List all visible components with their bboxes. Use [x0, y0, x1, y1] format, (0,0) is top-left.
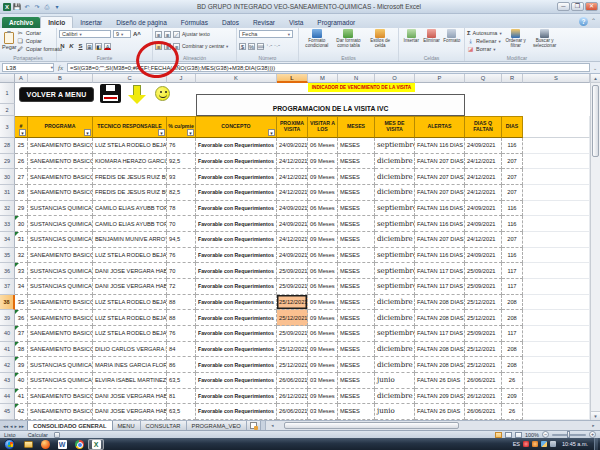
cell[interactable]: SUSTANCIAS QUIMICAS [28, 373, 93, 389]
cell[interactable]: 117 [502, 326, 523, 342]
cell[interactable]: DANI JOSE VERGARA HABIB [93, 263, 167, 279]
cell[interactable]: 208 [502, 310, 523, 326]
row-header-40[interactable]: 40 [0, 326, 15, 342]
select-all-button[interactable] [0, 74, 15, 83]
cell[interactable]: diciembre [375, 154, 415, 170]
print-icon[interactable]: ⎙ [43, 3, 51, 11]
cell[interactable]: MESES [338, 154, 375, 170]
cell[interactable]: Favorable con Requerimientos [196, 295, 277, 311]
cell[interactable]: 03 Meses [308, 404, 338, 420]
cell[interactable]: MESES [338, 232, 375, 248]
cell-empty[interactable] [523, 216, 590, 232]
cell[interactable]: SANEAMIENTO BASICO [28, 138, 93, 154]
cell[interactable]: LUZ STELA RODELO BEJARANO [93, 138, 167, 154]
cell[interactable]: CAMILO ELIAS AYUBB TORRES [93, 216, 167, 232]
row-header-38[interactable]: 38 [0, 295, 15, 311]
filter-dropdown-icon[interactable]: ▾ [19, 129, 26, 136]
tab-vista[interactable]: Vista [282, 17, 310, 28]
taskbar-clock[interactable]: 10:45 a.m. [559, 441, 591, 447]
cell[interactable]: 39 [15, 357, 28, 373]
cell[interactable]: 24/09/2021 [465, 216, 502, 232]
filter-dropdown-icon[interactable]: ▾ [84, 129, 91, 136]
row-header-33[interactable]: 33 [0, 216, 15, 232]
cell[interactable]: Favorable con Requerimientos [196, 310, 277, 326]
row-header-34[interactable]: 34 [0, 232, 15, 248]
save-macro-button[interactable] [100, 84, 121, 103]
cell[interactable]: 25/09/2021 [465, 263, 502, 279]
cell[interactable]: 06 Meses [308, 248, 338, 264]
filter-dropdown-icon[interactable]: ▾ [158, 129, 165, 136]
taskbar-chrome-button[interactable] [71, 439, 87, 450]
cell[interactable]: 42 [15, 404, 28, 420]
cell[interactable]: MARIA INES GARCIA FLOREZ [93, 357, 167, 373]
zoom-slider[interactable] [552, 434, 586, 436]
cell[interactable]: MESES [338, 310, 375, 326]
table-header-6[interactable]: VISITAR A LOS [308, 116, 338, 138]
cell[interactable]: SUSTANCIAS QUIMICAS [28, 232, 93, 248]
scroll-down-icon[interactable]: ▼ [591, 411, 600, 420]
cell[interactable]: 31 [15, 232, 28, 248]
cell[interactable]: septiembre [375, 138, 415, 154]
font-size-select[interactable]: 9▾ [113, 30, 131, 38]
cell[interactable]: 03 Meses [308, 373, 338, 389]
table-header-1[interactable]: PROGRAMA▾ [28, 116, 93, 138]
cell[interactable]: 09 Meses [308, 232, 338, 248]
cell[interactable]: FALTAN 208 DIAS [415, 342, 465, 358]
cell[interactable]: 09 Meses [308, 154, 338, 170]
font-color-icon[interactable]: A [104, 43, 111, 50]
tray-icon[interactable] [541, 441, 547, 447]
row-header-45[interactable]: 45 [0, 404, 15, 420]
cell[interactable]: FALTAN 26 DIAS [415, 404, 465, 420]
cell-empty[interactable] [523, 232, 590, 248]
excel-logo-icon[interactable]: X [3, 3, 11, 11]
cell[interactable]: FALTAN 207 DIAS [415, 232, 465, 248]
cell[interactable]: 06 Meses [308, 279, 338, 295]
find-select-button[interactable]: Buscar y seleccionar [530, 29, 560, 53]
font-family-select[interactable]: Calibri▾ [59, 30, 111, 38]
cell-empty[interactable] [523, 154, 590, 170]
cell[interactable]: diciembre [375, 295, 415, 311]
cell[interactable]: 86 [167, 357, 196, 373]
cell[interactable]: 09 Meses [308, 389, 338, 405]
sheet-tab-menu[interactable]: MENU [113, 421, 141, 430]
cell[interactable]: 26 [15, 154, 28, 170]
vertical-scrollbar[interactable]: ▲ ▼ [590, 74, 600, 420]
cell-empty[interactable] [523, 295, 590, 311]
cell[interactable]: FREDIS DE JESUS RUIZ BUSTOS [93, 185, 167, 201]
cell[interactable]: 36 [15, 310, 28, 326]
format-cells-button[interactable]: Formato [442, 29, 462, 44]
cell[interactable]: 09 Meses [308, 169, 338, 185]
cell[interactable]: DANI JOSE VERGARA HABIB [93, 279, 167, 295]
macro-record-icon[interactable] [54, 432, 60, 438]
cell[interactable]: MESES [338, 138, 375, 154]
cell[interactable]: 09 Meses [308, 342, 338, 358]
cell[interactable]: 26/06/2021 [277, 404, 308, 420]
cell[interactable]: CAMILO ELIAS AYUBB TORRES [93, 201, 167, 217]
language-indicator[interactable]: ES [513, 441, 520, 447]
cell[interactable]: FALTAN 117 DIAS [415, 326, 465, 342]
save-icon[interactable]: 💾 [13, 3, 21, 11]
column-header-m[interactable]: M [308, 74, 338, 83]
cell[interactable]: 24/09/2021 [277, 201, 308, 217]
cell[interactable]: DANI JOSE VERGARA HABIB [93, 389, 167, 405]
cell[interactable]: 24/12/2021 [277, 232, 308, 248]
cell[interactable]: diciembre [375, 232, 415, 248]
cell-empty[interactable] [523, 201, 590, 217]
cell[interactable]: 63,5 [167, 404, 196, 420]
tab-diseno[interactable]: Diseño de página [109, 17, 174, 28]
row-header-29[interactable]: 29 [0, 154, 15, 170]
cell[interactable]: 06 Meses [308, 138, 338, 154]
horizontal-scrollbar[interactable]: ◂ ▸ [265, 421, 600, 430]
cell[interactable]: 24/12/2021 [277, 169, 308, 185]
cell[interactable]: MESES [338, 326, 375, 342]
clear-button[interactable]: ◪Borrar▾ [467, 45, 502, 53]
smiley-icon[interactable] [155, 86, 170, 101]
cell[interactable]: 25/09/2021 [277, 279, 308, 295]
row-header-31[interactable]: 31 [0, 185, 15, 201]
cell[interactable]: FALTAN 208 DIAS [415, 310, 465, 326]
format-painter-button[interactable]: 🖉Copiar formato [17, 45, 62, 53]
column-header-j[interactable]: J [167, 74, 196, 83]
cell[interactable]: 34 [15, 279, 28, 295]
next-sheet-icon[interactable]: ▸ [15, 423, 18, 429]
cell[interactable]: 117 [502, 279, 523, 295]
